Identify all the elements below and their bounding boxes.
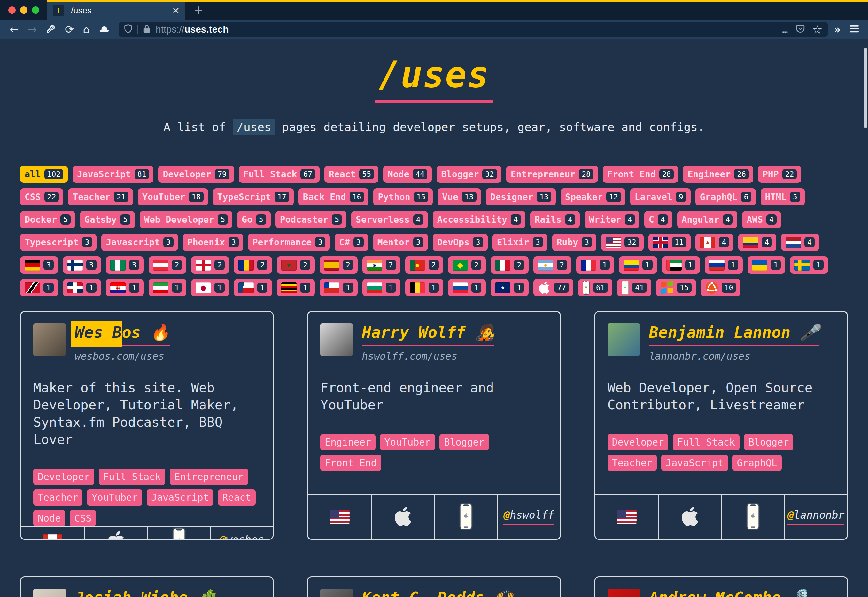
filter-chip-performance[interactable]: Performance3 xyxy=(248,234,330,251)
hat-icon[interactable] xyxy=(99,25,110,34)
filter-chip-windows[interactable]: 15 xyxy=(656,279,696,296)
filter-chip-python[interactable]: Python15 xyxy=(373,188,433,205)
filter-chip-flag-slovakia[interactable]: 1 xyxy=(448,279,486,296)
profile-uses-url[interactable]: lannonbr.com/uses xyxy=(649,350,819,362)
filter-chip-flag-dominican[interactable]: 1 xyxy=(63,279,101,296)
filter-chip-html[interactable]: HTML5 xyxy=(761,188,805,205)
filter-chip-flag-russia[interactable]: 1 xyxy=(705,256,743,273)
filter-chip-flag-england[interactable]: 2 xyxy=(191,256,229,273)
scrollbar-thumb[interactable] xyxy=(864,48,867,128)
filter-chip-flag-morocco[interactable]: ★2 xyxy=(277,256,315,273)
filter-chip-developer[interactable]: Developer79 xyxy=(158,166,234,183)
filter-chip-laravel[interactable]: Laravel9 xyxy=(630,188,691,205)
filter-chip-node[interactable]: Node44 xyxy=(383,166,432,183)
filter-chip-flag-brazil[interactable]: ◆2 xyxy=(448,256,486,273)
filter-chip-flag-iran[interactable]: 1 xyxy=(148,279,187,296)
filter-chip-flag-belgium[interactable]: 1 xyxy=(405,279,443,296)
wrench-icon[interactable] xyxy=(46,24,56,34)
filter-chip-all[interactable]: all102 xyxy=(20,166,68,183)
profile-name-link[interactable]: Benjamin Lannon 🎤 xyxy=(649,324,819,346)
profile-name-link[interactable]: Andrew McCombe 🎙️ xyxy=(649,589,810,597)
new-tab-button[interactable]: + xyxy=(194,3,203,17)
filter-chip-mentor[interactable]: Mentor3 xyxy=(373,234,428,251)
filter-chip-flag-portugal[interactable]: ●2 xyxy=(405,256,443,273)
filter-chip-ubuntu[interactable]: 10 xyxy=(701,279,741,296)
filter-chip-typescript[interactable]: TypeScript17 xyxy=(213,188,294,205)
filter-chip-front-end[interactable]: Front End28 xyxy=(603,166,678,183)
filter-chip-designer[interactable]: Designer13 xyxy=(486,188,556,205)
profile-name-link[interactable]: Kent C. Dodds 🙌 xyxy=(362,589,513,597)
overflow-chevrons-icon[interactable]: » xyxy=(834,23,841,36)
filter-chip-writer[interactable]: Writer4 xyxy=(585,211,640,228)
filter-chip-gatsby[interactable]: Gatsby5 xyxy=(80,211,135,228)
filter-chip-flag-ecuador[interactable]: 1 xyxy=(619,256,657,273)
filter-chip-serverless[interactable]: Serverless4 xyxy=(351,211,427,228)
filter-chip-youtuber[interactable]: YouTuber18 xyxy=(138,188,208,205)
filter-chip-flag-trinidad[interactable]: 1 xyxy=(20,279,58,296)
profile-name-link[interactable]: Josiah Wiebe 🌵 xyxy=(75,589,217,597)
url-text[interactable]: https://uses.tech xyxy=(156,24,228,35)
filter-chip-go[interactable]: Go5 xyxy=(237,211,271,228)
filter-chip-flag-austria[interactable]: 2 xyxy=(148,256,187,273)
filter-chip-flag-uganda[interactable]: 1 xyxy=(277,279,315,296)
filter-chip-aws[interactable]: AWS4 xyxy=(742,211,781,228)
filter-chip-podcaster[interactable]: Podcaster5 xyxy=(276,211,347,228)
filter-chip-flag-chile[interactable]: 1 xyxy=(320,279,358,296)
url-bar[interactable]: https://uses.tech … ☆ xyxy=(119,22,827,37)
filter-chip-flag-mexico[interactable]: 2 xyxy=(491,256,528,273)
home-icon[interactable]: ⌂ xyxy=(83,24,90,35)
filter-chip-php[interactable]: PHP22 xyxy=(758,166,801,183)
filter-chip-flag-bulgaria[interactable]: 1 xyxy=(362,279,401,296)
filter-chip-accessibility[interactable]: Accessibility4 xyxy=(433,211,525,228)
filter-chip-full-stack[interactable]: Full Stack67 xyxy=(239,166,320,183)
filter-chip-flag-uae[interactable]: 1 xyxy=(662,256,700,273)
filter-chip-android[interactable]: 41 xyxy=(617,279,651,296)
profile-name-link[interactable]: Harry Wolff 🧑‍🎤 xyxy=(362,324,494,346)
filter-chip-react[interactable]: React55 xyxy=(324,166,378,183)
filter-chip-flag-france[interactable]: 1 xyxy=(576,256,614,273)
filter-chip-rails[interactable]: Rails4 xyxy=(530,211,580,228)
filter-chip-flag-finland[interactable]: 3 xyxy=(63,256,101,273)
filter-chip-typescript[interactable]: Typescript3 xyxy=(20,234,96,251)
shield-icon[interactable] xyxy=(124,24,133,35)
filter-chip-flag-japan[interactable]: ●1 xyxy=(191,279,229,296)
filter-chip-speaker[interactable]: Speaker12 xyxy=(561,188,625,205)
profile-handle-link[interactable]: @wesbos xyxy=(220,533,264,540)
filter-chip-flag-australia[interactable]: ★1 xyxy=(491,279,528,296)
profile-uses-url[interactable]: hswolff.com/uses xyxy=(362,350,494,362)
filter-chip-javascript[interactable]: JavaScript81 xyxy=(73,166,153,183)
filter-chip-engineer[interactable]: Engineer26 xyxy=(683,166,753,183)
filter-chip-flag-spain[interactable]: 2 xyxy=(320,256,358,273)
filter-chip-apple[interactable]: 77 xyxy=(533,279,573,296)
hamburger-menu-icon[interactable] xyxy=(849,24,860,34)
filter-chip-vue[interactable]: Vue13 xyxy=(438,188,481,205)
filter-chip-javascript[interactable]: Javascript3 xyxy=(101,234,178,251)
filter-chip-docker[interactable]: Docker5 xyxy=(20,211,75,228)
back-icon[interactable]: ← xyxy=(10,24,19,35)
filter-chip-flag-ukraine[interactable]: 1 xyxy=(748,256,786,273)
profile-handle-link[interactable]: @hswolff xyxy=(503,509,554,525)
filter-chip-blogger[interactable]: Blogger32 xyxy=(436,166,502,183)
profile-name-link[interactable]: Wes Bos 🔥 xyxy=(75,324,170,346)
filter-chip-iphone[interactable]: 61 xyxy=(578,279,612,296)
filter-chip-phoenix[interactable]: Phoenix3 xyxy=(183,234,243,251)
filter-chip-back-end[interactable]: Back End16 xyxy=(298,188,369,205)
filter-chip-flag-canada[interactable]: ▲4 xyxy=(696,234,733,251)
zoom-window-button[interactable] xyxy=(32,6,39,14)
filter-chip-flag-romania[interactable]: 2 xyxy=(234,256,272,273)
filter-chip-teacher[interactable]: Teacher21 xyxy=(68,188,133,205)
filter-chip-flag-germany[interactable]: 3 xyxy=(20,256,58,273)
browser-tab[interactable]: ! /uses ✕ xyxy=(47,1,185,20)
filter-chip-flag-india[interactable]: ◉2 xyxy=(362,256,401,273)
filter-chip-ruby[interactable]: Ruby3 xyxy=(552,234,596,251)
filter-chip-c[interactable]: C4 xyxy=(644,211,672,228)
filter-chip-devops[interactable]: DevOps3 xyxy=(433,234,488,251)
filter-chip-graphql[interactable]: GraphQL6 xyxy=(696,188,756,205)
filter-chip-web-developer[interactable]: Web Developer5 xyxy=(139,211,232,228)
filter-chip-flag-netherlands[interactable]: 4 xyxy=(781,234,819,251)
tab-close-icon[interactable]: ✕ xyxy=(172,6,180,16)
profile-uses-url[interactable]: wesbos.com/uses xyxy=(75,350,170,362)
filter-chip-css[interactable]: CSS22 xyxy=(20,188,63,205)
filter-chip-flag-sweden[interactable]: 1 xyxy=(790,256,828,273)
filter-chip-flag-colombia[interactable]: 4 xyxy=(738,234,776,251)
